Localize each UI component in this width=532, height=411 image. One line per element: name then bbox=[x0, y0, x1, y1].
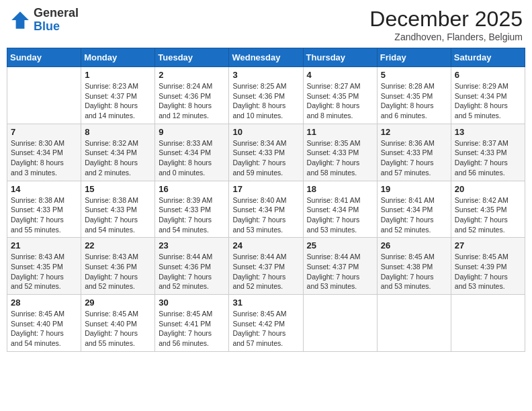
day-cell: 9Sunrise: 8:33 AM Sunset: 4:34 PM Daylig… bbox=[155, 124, 229, 181]
day-info: Sunrise: 8:24 AM Sunset: 4:36 PM Dayligh… bbox=[159, 81, 225, 121]
day-info: Sunrise: 8:33 AM Sunset: 4:34 PM Dayligh… bbox=[159, 138, 225, 178]
day-cell: 8Sunrise: 8:32 AM Sunset: 4:34 PM Daylig… bbox=[81, 124, 155, 181]
weekday-header-sunday: Sunday bbox=[7, 48, 81, 67]
day-info: Sunrise: 8:25 AM Sunset: 4:36 PM Dayligh… bbox=[232, 81, 299, 121]
week-row-3: 14Sunrise: 8:38 AM Sunset: 4:33 PM Dayli… bbox=[7, 181, 525, 238]
day-info: Sunrise: 8:28 AM Sunset: 4:35 PM Dayligh… bbox=[381, 81, 447, 121]
logo-text: General Blue bbox=[34, 7, 79, 34]
day-info: Sunrise: 8:42 AM Sunset: 4:35 PM Dayligh… bbox=[455, 195, 521, 235]
day-info: Sunrise: 8:38 AM Sunset: 4:33 PM Dayligh… bbox=[85, 195, 151, 235]
day-cell: 23Sunrise: 8:44 AM Sunset: 4:36 PM Dayli… bbox=[155, 238, 229, 295]
day-info: Sunrise: 8:45 AM Sunset: 4:41 PM Dayligh… bbox=[159, 309, 225, 349]
day-cell bbox=[7, 67, 81, 124]
day-number: 12 bbox=[381, 127, 447, 137]
location: Zandhoven, Flanders, Belgium bbox=[369, 32, 523, 42]
day-cell: 16Sunrise: 8:39 AM Sunset: 4:33 PM Dayli… bbox=[155, 181, 229, 238]
day-info: Sunrise: 8:38 AM Sunset: 4:33 PM Dayligh… bbox=[11, 195, 77, 235]
weekday-header-tuesday: Tuesday bbox=[155, 48, 229, 67]
week-row-5: 28Sunrise: 8:45 AM Sunset: 4:40 PM Dayli… bbox=[7, 295, 525, 352]
day-cell: 2Sunrise: 8:24 AM Sunset: 4:36 PM Daylig… bbox=[155, 67, 229, 124]
day-info: Sunrise: 8:35 AM Sunset: 4:33 PM Dayligh… bbox=[307, 138, 373, 178]
day-number: 13 bbox=[455, 127, 521, 137]
day-number: 3 bbox=[232, 70, 299, 80]
month-title: December 2025 bbox=[369, 7, 523, 32]
day-number: 6 bbox=[455, 70, 521, 80]
week-row-1: 1Sunrise: 8:23 AM Sunset: 4:37 PM Daylig… bbox=[7, 67, 525, 124]
day-info: Sunrise: 8:37 AM Sunset: 4:33 PM Dayligh… bbox=[455, 138, 521, 178]
weekday-header-monday: Monday bbox=[81, 48, 155, 67]
day-number: 17 bbox=[232, 184, 299, 194]
day-info: Sunrise: 8:45 AM Sunset: 4:42 PM Dayligh… bbox=[232, 309, 299, 349]
weekday-header-saturday: Saturday bbox=[451, 48, 525, 67]
day-number: 24 bbox=[232, 240, 299, 250]
page-header: General Blue December 2025 Zandhoven, Fl… bbox=[7, 7, 525, 42]
weekday-header-wednesday: Wednesday bbox=[229, 48, 303, 67]
day-number: 21 bbox=[11, 240, 77, 250]
day-cell: 28Sunrise: 8:45 AM Sunset: 4:40 PM Dayli… bbox=[7, 295, 81, 352]
day-cell: 1Sunrise: 8:23 AM Sunset: 4:37 PM Daylig… bbox=[81, 67, 155, 124]
day-number: 26 bbox=[381, 240, 447, 250]
weekday-header-thursday: Thursday bbox=[303, 48, 377, 67]
day-number: 8 bbox=[85, 127, 151, 137]
day-cell: 24Sunrise: 8:44 AM Sunset: 4:37 PM Dayli… bbox=[229, 238, 303, 295]
day-number: 5 bbox=[381, 70, 447, 80]
day-cell: 29Sunrise: 8:45 AM Sunset: 4:40 PM Dayli… bbox=[81, 295, 155, 352]
week-row-4: 21Sunrise: 8:43 AM Sunset: 4:35 PM Dayli… bbox=[7, 238, 525, 295]
day-cell bbox=[451, 295, 525, 352]
day-info: Sunrise: 8:39 AM Sunset: 4:33 PM Dayligh… bbox=[159, 195, 225, 235]
day-info: Sunrise: 8:41 AM Sunset: 4:34 PM Dayligh… bbox=[307, 195, 373, 235]
weekday-header-friday: Friday bbox=[377, 48, 451, 67]
day-cell: 20Sunrise: 8:42 AM Sunset: 4:35 PM Dayli… bbox=[451, 181, 525, 238]
calendar-table: SundayMondayTuesdayWednesdayThursdayFrid… bbox=[7, 48, 525, 352]
day-number: 29 bbox=[85, 298, 151, 308]
day-cell bbox=[377, 295, 451, 352]
day-cell: 31Sunrise: 8:45 AM Sunset: 4:42 PM Dayli… bbox=[229, 295, 303, 352]
day-info: Sunrise: 8:44 AM Sunset: 4:37 PM Dayligh… bbox=[307, 252, 373, 291]
day-number: 20 bbox=[455, 184, 521, 194]
svg-marker-0 bbox=[11, 11, 29, 29]
day-number: 9 bbox=[159, 127, 225, 137]
logo-icon bbox=[9, 9, 31, 31]
day-number: 28 bbox=[11, 298, 77, 308]
day-info: Sunrise: 8:40 AM Sunset: 4:34 PM Dayligh… bbox=[232, 195, 299, 235]
day-cell: 5Sunrise: 8:28 AM Sunset: 4:35 PM Daylig… bbox=[377, 67, 451, 124]
day-number: 27 bbox=[455, 240, 521, 250]
day-cell: 17Sunrise: 8:40 AM Sunset: 4:34 PM Dayli… bbox=[229, 181, 303, 238]
day-cell: 7Sunrise: 8:30 AM Sunset: 4:34 PM Daylig… bbox=[7, 124, 81, 181]
day-cell: 12Sunrise: 8:36 AM Sunset: 4:33 PM Dayli… bbox=[377, 124, 451, 181]
day-cell: 30Sunrise: 8:45 AM Sunset: 4:41 PM Dayli… bbox=[155, 295, 229, 352]
day-info: Sunrise: 8:34 AM Sunset: 4:33 PM Dayligh… bbox=[232, 138, 299, 178]
day-info: Sunrise: 8:45 AM Sunset: 4:40 PM Dayligh… bbox=[85, 309, 151, 349]
weekday-header-row: SundayMondayTuesdayWednesdayThursdayFrid… bbox=[7, 48, 525, 67]
day-number: 23 bbox=[159, 240, 225, 250]
day-info: Sunrise: 8:43 AM Sunset: 4:36 PM Dayligh… bbox=[85, 252, 151, 291]
day-info: Sunrise: 8:32 AM Sunset: 4:34 PM Dayligh… bbox=[85, 138, 151, 178]
day-number: 14 bbox=[11, 184, 77, 194]
day-cell: 13Sunrise: 8:37 AM Sunset: 4:33 PM Dayli… bbox=[451, 124, 525, 181]
day-number: 2 bbox=[159, 70, 225, 80]
day-number: 1 bbox=[85, 70, 151, 80]
day-cell: 26Sunrise: 8:45 AM Sunset: 4:38 PM Dayli… bbox=[377, 238, 451, 295]
day-number: 10 bbox=[232, 127, 299, 137]
day-info: Sunrise: 8:36 AM Sunset: 4:33 PM Dayligh… bbox=[381, 138, 447, 178]
logo-general-text: General bbox=[34, 7, 79, 20]
day-info: Sunrise: 8:27 AM Sunset: 4:35 PM Dayligh… bbox=[307, 81, 373, 121]
day-cell: 18Sunrise: 8:41 AM Sunset: 4:34 PM Dayli… bbox=[303, 181, 377, 238]
day-info: Sunrise: 8:45 AM Sunset: 4:38 PM Dayligh… bbox=[381, 252, 447, 291]
day-info: Sunrise: 8:45 AM Sunset: 4:39 PM Dayligh… bbox=[455, 252, 521, 291]
day-info: Sunrise: 8:43 AM Sunset: 4:35 PM Dayligh… bbox=[11, 252, 77, 291]
day-cell: 11Sunrise: 8:35 AM Sunset: 4:33 PM Dayli… bbox=[303, 124, 377, 181]
title-block: December 2025 Zandhoven, Flanders, Belgi… bbox=[369, 7, 523, 42]
day-number: 25 bbox=[307, 240, 373, 250]
logo: General Blue bbox=[9, 7, 79, 34]
day-number: 15 bbox=[85, 184, 151, 194]
day-info: Sunrise: 8:23 AM Sunset: 4:37 PM Dayligh… bbox=[85, 81, 151, 121]
day-number: 22 bbox=[85, 240, 151, 250]
day-info: Sunrise: 8:41 AM Sunset: 4:34 PM Dayligh… bbox=[381, 195, 447, 235]
day-cell: 6Sunrise: 8:29 AM Sunset: 4:34 PM Daylig… bbox=[451, 67, 525, 124]
day-number: 4 bbox=[307, 70, 373, 80]
day-number: 18 bbox=[307, 184, 373, 194]
day-info: Sunrise: 8:30 AM Sunset: 4:34 PM Dayligh… bbox=[11, 138, 77, 178]
logo-blue-text: Blue bbox=[34, 20, 79, 34]
day-number: 19 bbox=[381, 184, 447, 194]
